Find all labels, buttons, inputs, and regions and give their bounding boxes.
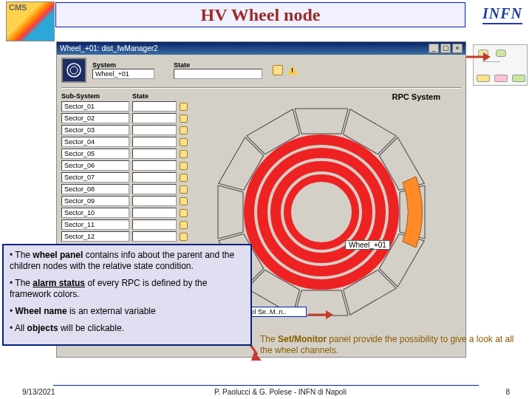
info-item-wheel-name: Wheel name is an external variable xyxy=(10,306,245,317)
sector-state[interactable] xyxy=(132,113,177,123)
window-min-button[interactable]: _ xyxy=(429,44,439,53)
svg-point-3 xyxy=(70,66,78,74)
lock-icon[interactable] xyxy=(180,103,188,111)
lock-icon[interactable] xyxy=(180,197,188,205)
state-value[interactable] xyxy=(174,69,262,79)
sector-state[interactable] xyxy=(132,101,177,112)
sector-state[interactable] xyxy=(132,208,177,218)
footer-date: 9/13/2021 xyxy=(22,388,55,396)
lock-icon[interactable] xyxy=(180,150,188,158)
slide-title-bar: HV Wheel node xyxy=(55,2,466,27)
sector-row[interactable]: Sector_04 xyxy=(61,137,193,147)
footer-page: 8 xyxy=(505,388,510,396)
sector-row[interactable]: Sector_08 xyxy=(61,184,193,194)
sector-state[interactable] xyxy=(132,125,177,135)
sector-name: Sector_03 xyxy=(61,125,129,135)
infn-logo: INFN xyxy=(477,3,528,27)
cms-logo xyxy=(6,1,55,41)
arrow-to-setmonitor xyxy=(308,308,333,321)
sector-row[interactable]: Sector_07 xyxy=(61,172,193,183)
sector-name: Sector_06 xyxy=(61,160,129,171)
warning-icon xyxy=(287,66,298,75)
lock-icon[interactable] xyxy=(180,115,188,123)
svg-marker-9 xyxy=(326,310,333,319)
sector-row[interactable]: Sector_06 xyxy=(61,160,193,171)
sector-row[interactable]: Sector_02 xyxy=(61,113,193,123)
subsystem-state-header: State xyxy=(132,92,193,100)
sector-row[interactable]: Sector_09 xyxy=(61,196,193,206)
sector-name: Sector_02 xyxy=(61,113,129,123)
slide-title: HV Wheel node xyxy=(201,5,321,25)
sector-state[interactable] xyxy=(132,231,177,242)
sector-name: Sector_04 xyxy=(61,137,129,147)
lock-icon[interactable] xyxy=(180,221,188,229)
sector-row[interactable]: Sector_11 xyxy=(61,219,193,230)
sector-name: Sector_05 xyxy=(61,149,129,159)
sector-name: Sector_08 xyxy=(61,184,129,194)
sector-name: Sector_11 xyxy=(61,219,129,230)
window-titlebar: Wheel_+01: dist_fwManager2 _ ▢ × xyxy=(57,42,466,55)
info-overlay: The wheel panel contains info about the … xyxy=(2,244,252,346)
sector-row[interactable]: Sector_12 xyxy=(61,231,193,242)
svg-point-7 xyxy=(287,178,355,246)
sector-state[interactable] xyxy=(132,196,177,206)
sector-state[interactable] xyxy=(132,219,177,230)
sector-name: Sector_12 xyxy=(61,231,129,242)
sector-state[interactable] xyxy=(132,149,177,159)
window-title: Wheel_+01: dist_fwManager2 xyxy=(60,44,158,52)
sector-state[interactable] xyxy=(132,137,177,147)
footer: 9/13/2021 P. Paolucci & G. Polese - INFN… xyxy=(0,386,532,398)
lock-icon[interactable] xyxy=(180,138,188,146)
system-label: System xyxy=(92,61,154,69)
svg-marker-1 xyxy=(483,52,491,61)
window-max-button[interactable]: ▢ xyxy=(440,44,451,53)
svg-point-2 xyxy=(67,64,81,77)
sector-name: Sector_09 xyxy=(61,196,129,206)
state-label: State xyxy=(174,61,262,69)
sector-state[interactable] xyxy=(132,160,177,171)
lock-icon[interactable] xyxy=(180,174,188,182)
footer-author: P. Paolucci & G. Polese - INFN di Napoli xyxy=(55,388,506,396)
lock-icon[interactable] xyxy=(180,209,188,217)
info-item-wheel-panel: The wheel panel contains info about the … xyxy=(10,250,245,272)
sector-row[interactable]: Sector_10 xyxy=(61,208,193,218)
sector-row[interactable]: Sector_03 xyxy=(61,125,193,135)
sector-row[interactable]: Sector_01 xyxy=(61,101,193,112)
sector-state[interactable] xyxy=(132,172,177,183)
system-value: Wheel_+01 xyxy=(92,69,154,79)
lock-icon[interactable] xyxy=(180,233,188,241)
lock-icon[interactable] xyxy=(180,162,188,170)
setmonitor-annotation: The Set/Monitor panel provide the possib… xyxy=(260,334,515,356)
wheel-tag: Wheel_+01 xyxy=(345,240,390,250)
cern-badge-icon xyxy=(61,58,86,83)
info-item-objects: All objects will be clickable. xyxy=(10,323,245,334)
subsystem-list: Sub-System State Sector_01Sector_02Secto… xyxy=(57,91,197,245)
sector-name: Sector_10 xyxy=(61,208,129,218)
system-row: System Wheel_+01 State xyxy=(57,55,466,84)
info-item-alarm-status: The alarm status of every RPC is defined… xyxy=(10,278,245,300)
lock-icon[interactable] xyxy=(180,126,188,134)
sector-state[interactable] xyxy=(132,184,177,194)
window-close-button[interactable]: × xyxy=(452,44,463,53)
rpc-title: RPC System xyxy=(392,92,440,101)
lock-icon[interactable] xyxy=(180,185,188,194)
sector-name: Sector_01 xyxy=(61,101,129,112)
sector-name: Sector_07 xyxy=(61,172,129,183)
subsystem-header: Sub-System xyxy=(61,92,132,100)
sector-row[interactable]: Sector_05 xyxy=(61,149,193,159)
lock-icon[interactable] xyxy=(273,65,283,75)
